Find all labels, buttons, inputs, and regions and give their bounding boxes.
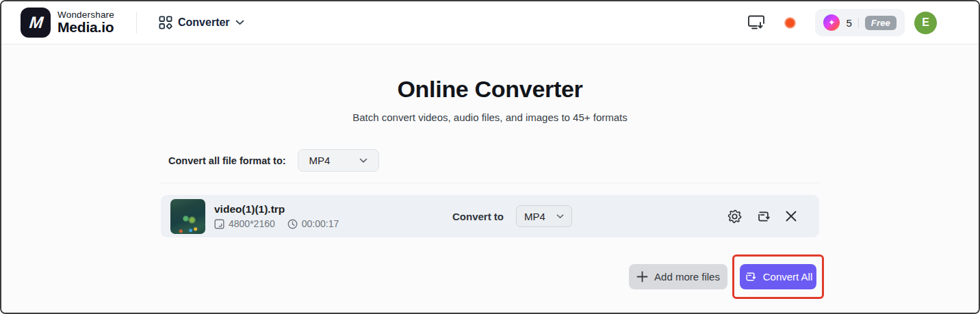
global-format-value: MP4 — [309, 155, 331, 166]
clock-icon — [287, 219, 298, 229]
mediaio-logo[interactable]: M — [21, 8, 51, 38]
file-name: video(1)(1).trp — [214, 203, 452, 215]
brand-wondershare: Wondershare — [57, 10, 114, 20]
nav-item-converter[interactable]: Converter — [159, 16, 244, 29]
app-window: M Wondershare Media.io Converter — [0, 0, 980, 314]
brand-text[interactable]: Wondershare Media.io — [57, 10, 114, 35]
video-thumbnail — [170, 199, 205, 234]
convert-all-label: Convert All — [763, 271, 813, 283]
download-desktop-app-icon[interactable] — [747, 14, 765, 31]
add-more-files-button[interactable]: Add more files — [629, 264, 727, 289]
convert-all-icon — [744, 270, 757, 283]
avatar-initial: E — [922, 16, 929, 29]
page-title: Online Converter — [1, 76, 979, 103]
format-bar-label: Convert all file format to: — [168, 155, 286, 166]
convert-to-label: Convert to — [452, 211, 504, 222]
file-info: video(1)(1).trp 4800*2160 — [214, 203, 452, 229]
convert-file-icon[interactable] — [756, 209, 771, 224]
top-nav: M Wondershare Media.io Converter — [1, 1, 979, 44]
row-format-select[interactable]: MP4 — [516, 205, 572, 227]
file-row: video(1)(1).trp 4800*2160 — [161, 195, 819, 237]
resolution-icon — [214, 219, 224, 229]
plan-badge: Free — [865, 16, 897, 30]
nav-left: M Wondershare Media.io Converter — [21, 8, 244, 38]
nav-right: ✦ 5 Free E — [747, 9, 937, 36]
row-action-icons — [727, 209, 798, 224]
highlight-annotation-box: Convert All — [732, 254, 824, 299]
actions-row: Add more files Convert All — [161, 254, 819, 299]
duration-meta: 00:00:17 — [287, 218, 339, 229]
settings-gear-icon[interactable] — [727, 209, 743, 224]
resolution-meta: 4800*2160 — [214, 218, 275, 229]
brand-mediaio: Media.io — [57, 20, 114, 35]
resolution-value: 4800*2160 — [229, 218, 275, 229]
global-format-select[interactable]: MP4 — [298, 149, 379, 172]
nav-converter-label: Converter — [178, 16, 230, 29]
converter-grid-icon — [159, 16, 172, 29]
chevron-down-icon — [359, 158, 368, 163]
pill-separator — [858, 18, 859, 28]
duration-value: 00:00:17 — [302, 218, 339, 229]
nav-divider — [136, 12, 137, 34]
format-bar: Convert all file format to: MP4 — [161, 149, 819, 172]
converter-panel: Convert all file format to: MP4 video(1)… — [161, 149, 819, 299]
credits-pill[interactable]: ✦ 5 Free — [815, 9, 905, 36]
credits-count: 5 — [846, 17, 851, 29]
file-meta: 4800*2160 00:00:17 — [214, 218, 452, 229]
chevron-down-icon — [235, 20, 244, 25]
plus-icon — [636, 271, 648, 283]
convert-all-button[interactable]: Convert All — [740, 264, 816, 289]
add-more-files-label: Add more files — [654, 271, 720, 283]
user-avatar[interactable]: E — [914, 12, 937, 34]
remove-file-icon[interactable] — [784, 209, 798, 223]
sparkle-icon: ✦ — [823, 14, 840, 31]
logo-m-glyph: M — [28, 13, 43, 32]
convert-to-group: Convert to MP4 — [452, 205, 572, 227]
row-format-value: MP4 — [524, 211, 545, 222]
chevron-down-icon — [556, 214, 564, 219]
page-subtitle: Batch convert videos, audio files, and i… — [1, 112, 979, 123]
divider — [161, 183, 819, 183]
notification-dot-icon[interactable] — [784, 17, 796, 29]
main-content: Online Converter Batch convert videos, a… — [1, 44, 979, 313]
